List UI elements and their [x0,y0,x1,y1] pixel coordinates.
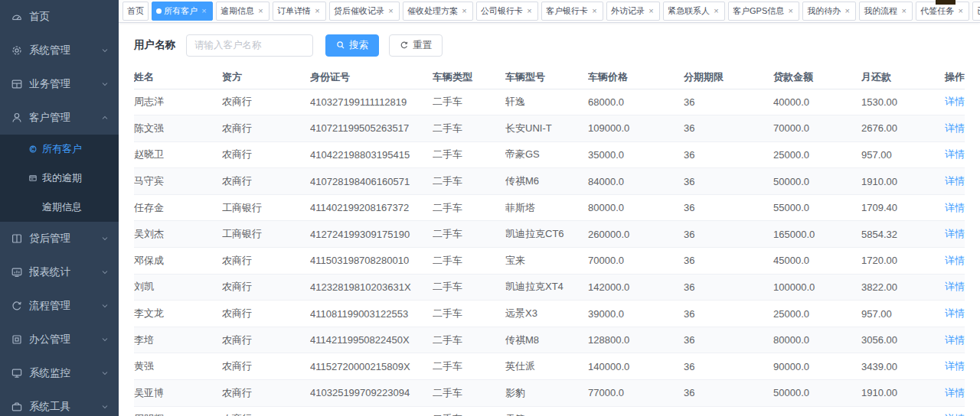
detail-link[interactable]: 详情 [945,148,965,160]
tab-label: 外访记录 [611,5,645,17]
cell-monthly: 1910.00 [861,380,934,407]
dashboard-icon [11,11,23,23]
table-header-row: 姓名资方身份证号车辆类型车辆型号车辆价格分期期限贷款金额月还款操作 [134,66,965,89]
close-icon[interactable]: × [525,7,534,15]
tab-订单详情[interactable]: 订单详情× [273,2,326,21]
tab-催收处理方案[interactable]: 催收处理方案× [403,2,473,21]
detail-link[interactable]: 详情 [945,228,965,239]
sidebar-item-所有客户[interactable]: 所有客户 [0,135,119,164]
sidebar-item-首页[interactable]: 首页 [0,0,119,34]
sidebar-item-贷后管理[interactable]: 贷后管理 [0,222,119,255]
close-icon[interactable]: × [647,7,655,15]
close-icon[interactable]: × [843,7,851,15]
close-icon[interactable]: × [956,7,965,15]
tab-贷后催收记录[interactable]: 贷后催收记录× [329,2,400,21]
close-icon[interactable]: × [256,7,265,15]
tab-外访记录[interactable]: 外访记录× [606,2,660,21]
refresh-icon [400,41,409,50]
tab-label: 客户GPS信息 [733,5,784,17]
sidebar-item-系统管理[interactable]: 系统管理 [0,34,119,67]
cell-model: 凯迪拉克CT6 [505,221,588,248]
tab-label: 订单详情 [277,5,311,17]
close-icon[interactable]: × [387,7,395,15]
cell-price: 35000.0 [588,141,684,168]
cell-price: 142000.0 [588,274,684,301]
cell-id_card: 410422198803195415 [310,141,433,168]
cell-action: 详情 [934,115,965,142]
close-icon[interactable]: × [590,7,599,15]
detail-link[interactable]: 详情 [945,334,965,346]
sidebar-item-label: 业务管理 [29,77,100,91]
sidebar-item-报表统计[interactable]: 报表统计 [0,255,119,289]
detail-link[interactable]: 详情 [945,175,965,187]
detail-link[interactable]: 详情 [945,360,965,372]
cell-funder: 农商行 [222,327,310,353]
close-icon[interactable]: × [900,7,908,15]
tab-label: 代签任务 [920,5,954,17]
sidebar-item-系统工具[interactable]: 系统工具 [0,390,119,416]
sidebar-item-业务管理[interactable]: 业务管理 [0,67,119,101]
cell-monthly: 957.00 [861,301,934,327]
sidebar-item-label: 客户管理 [29,111,100,125]
tool-icon [11,401,23,413]
detail-link[interactable]: 详情 [945,281,965,292]
sidebar-item-客户管理[interactable]: 客户管理 [0,101,119,135]
gear-icon [11,44,23,57]
detail-link[interactable]: 详情 [945,413,965,416]
cell-name: 吴亚博 [134,380,222,407]
detail-link[interactable]: 详情 [945,202,965,213]
tab-客户银行卡[interactable]: 客户银行卡× [541,2,603,21]
cell-name: 赵晓卫 [134,141,222,168]
tab-紧急联系人[interactable]: 紧急联系人× [663,2,725,21]
close-icon[interactable]: × [786,7,795,15]
sidebar-item-办公管理[interactable]: 办公管理 [0,323,119,356]
search-input[interactable] [186,34,313,57]
close-icon[interactable]: × [712,7,720,15]
table-row: 赵晓卫农商行410422198803195415二手车帝豪GS35000.036… [134,141,965,168]
detail-link[interactable]: 详情 [945,307,965,319]
cell-periods: 36 [684,406,773,416]
table-row: 吴刘杰工商银行412724199309175190二手车凯迪拉克CT626000… [134,221,965,248]
cell-loan: 45000.0 [773,248,861,275]
search-button[interactable]: 搜索 [325,34,379,57]
sidebar-item-label: 逾期信息 [42,200,109,214]
sidebar-item-系统监控[interactable]: 系统监控 [0,356,119,390]
detail-link[interactable]: 详情 [945,96,965,107]
sidebar-item-我的逾期[interactable]: 我的逾期 [0,164,119,193]
close-icon[interactable]: × [313,7,322,15]
close-icon[interactable]: × [460,7,469,15]
card-icon [28,174,38,183]
reset-button[interactable]: 重置 [389,34,443,57]
tab-我的待办[interactable]: 我的待办× [802,2,856,21]
detail-link[interactable]: 详情 [945,255,965,266]
cell-name: 陈文强 [134,115,222,142]
cell-funder: 农商行 [222,168,310,195]
cell-price: 128800.0 [588,327,684,353]
cell-id_card: 410721199505263517 [310,115,433,142]
cell-model: 影豹 [505,380,588,407]
grid-icon [11,78,23,90]
cell-funder: 工商银行 [222,221,310,248]
table-row: 李文龙农商行411081199003122553二手车远景X339000.036… [134,301,965,327]
monitor-icon [11,367,23,379]
cell-action: 详情 [934,248,965,275]
chevron-up-icon [100,113,109,122]
tab-首页[interactable]: 首页 [122,2,149,21]
cell-model: 传祺M8 [505,327,588,353]
tab-客户GPS信息[interactable]: 客户GPS信息× [728,2,799,21]
cell-action: 详情 [934,274,965,301]
tab-label: 客户银行卡 [546,5,588,17]
tab-我的流程[interactable]: 我的流程× [859,2,913,21]
tab-已办任务[interactable]: 已办任务× [972,2,980,21]
column-header-月还款: 月还款 [861,66,934,89]
tab-公司银行卡[interactable]: 公司银行卡× [476,2,538,21]
cell-vehicle_type: 二手车 [433,194,505,221]
tab-逾期信息[interactable]: 逾期信息× [216,2,270,21]
detail-link[interactable]: 详情 [945,122,965,134]
cell-model: 长安UNI-T [505,115,588,142]
sidebar-item-流程管理[interactable]: 流程管理 [0,289,119,323]
tab-所有客户[interactable]: 所有客户× [152,2,213,21]
close-icon[interactable]: × [200,7,208,15]
detail-link[interactable]: 详情 [945,387,965,398]
sidebar-item-逾期信息[interactable]: 逾期信息 [0,193,119,222]
